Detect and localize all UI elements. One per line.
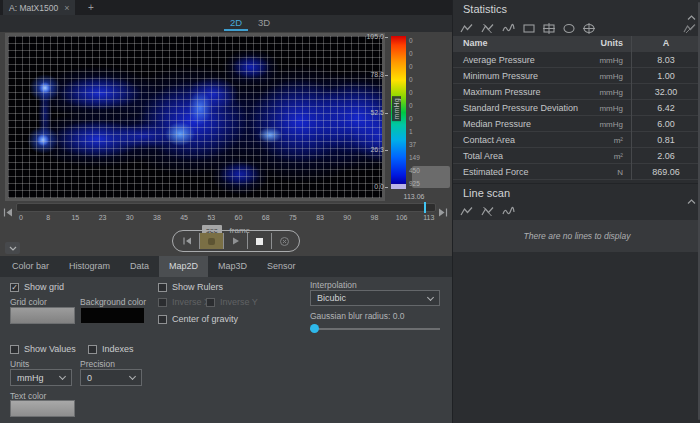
app-window: A: MatX1500 × + 2D 3D 105.0 78.8 52.5 26… [0,0,700,423]
line-scan-line-icon[interactable] [460,206,473,217]
text-color-swatch[interactable] [10,400,75,417]
show-rulers-checkbox[interactable]: Show Rulers [158,282,223,292]
interpolation-label: Interpolation [310,280,357,290]
background-color-label: Background color [80,297,146,307]
loop-button[interactable] [272,233,296,249]
stop-icon [256,238,263,245]
line-scan-empty-state: There are no lines to display [453,220,700,252]
grid-color-swatch[interactable] [10,307,75,324]
right-pane: Statistics Name Units A Average Pressure… [452,0,700,423]
table-row[interactable]: Standard Pressure Deviation mmHg 6.42 [453,100,700,116]
background-color-swatch[interactable] [80,307,145,324]
rewind-button[interactable] [176,233,200,249]
center-of-gravity-checkbox[interactable]: Center of gravity [158,314,238,324]
playback-controls [172,230,300,252]
units-label: Units [10,359,29,369]
collapse-line-scan-icon[interactable] [687,191,696,209]
add-tab-button[interactable]: + [84,1,98,14]
column-units[interactable]: Units [601,38,624,48]
document-tabbar: A: MatX1500 × + [0,0,452,15]
precision-select[interactable]: 0 [80,369,142,386]
document-tab-title: A: MatX1500 [9,3,58,13]
column-divider [631,36,632,180]
play-button[interactable] [224,233,248,249]
empty-message: There are no lines to display [524,231,631,241]
statistics-table-header: Name Units A [453,36,700,52]
tab-map3d[interactable]: Map3D [208,256,257,277]
checkbox-icon [10,345,19,354]
colorbar-current-value: 113.06 [392,193,436,200]
stop-button[interactable] [248,233,272,249]
statistics-title: Statistics [463,3,507,15]
pressure-map-frame [5,33,385,201]
interpolation-select[interactable]: Bicubic [310,290,440,306]
chevron-down-icon [129,373,136,380]
show-grid-checkbox[interactable]: ✓ Show grid [10,282,64,292]
tab-histogram[interactable]: Histogram [59,256,120,277]
ellipse-region-icon[interactable] [563,23,575,34]
colorbar-scale-label: 52.5 [356,109,388,116]
indexes-checkbox[interactable]: Indexes [88,344,134,354]
colorbar-scale-label: 105.0 [356,33,388,40]
colorbar-unit-label: mmHg [392,96,401,121]
checkbox-icon [88,345,97,354]
table-row[interactable]: Average Pressure mmHg 8.03 [453,52,700,68]
tab-color-bar[interactable]: Color bar [2,256,59,277]
record-button[interactable] [200,233,224,249]
table-row[interactable]: Minimum Pressure mmHg 1.00 [453,68,700,84]
checkbox-checked-icon: ✓ [10,283,19,292]
line-scan-toolbar [460,206,515,217]
polyline-measure-icon[interactable] [481,23,494,34]
clear-measurements-icon[interactable] [683,23,696,34]
column-a[interactable]: A [631,38,700,48]
record-icon [208,238,215,245]
line-measure-icon[interactable] [460,23,473,34]
checkbox-icon [158,283,167,292]
ellipse-crosshair-icon[interactable] [583,23,595,34]
close-tab-icon[interactable]: × [64,3,69,13]
settings-tabbar: Color bar Histogram Data Map2D Map3D Sen… [0,256,452,277]
gaussian-blur-slider[interactable] [310,328,440,330]
skip-to-start-icon[interactable] [3,203,15,212]
freehand-measure-icon[interactable] [502,23,515,34]
tab-2d[interactable]: 2D [224,16,248,31]
table-row[interactable]: Total Area m² 2.06 [453,148,700,164]
skip-to-end-icon[interactable] [438,203,450,212]
chevron-down-icon [427,293,434,300]
slider-handle[interactable] [310,324,319,333]
show-values-checkbox[interactable]: Show Values [10,344,76,354]
map-region: 105.0 78.8 52.5 26.3 0.0 00 00 00 01 371… [0,32,452,256]
pressure-heatmap[interactable] [8,36,382,198]
tab-sensor[interactable]: Sensor [257,256,306,277]
colorbar-scale-label: 78.8 [356,71,388,78]
colorbar-scale-label: 0.0 [356,183,388,190]
timeline-ticks: 08 1523 3038 4553 6068 7583 9098 106113 [14,214,436,221]
timeline-scrubber[interactable] [16,203,436,212]
statistics-toolbar [460,23,595,34]
view-switch: 2D 3D [0,15,452,32]
column-name[interactable]: Name [463,38,488,48]
colorbar-histogram-counts: 00 00 00 01 37149 450925 [409,37,435,187]
timeline-playhead[interactable] [424,202,426,213]
rectangle-crosshair-icon[interactable] [543,23,555,34]
table-row[interactable]: Contact Area m² 0.81 [453,132,700,148]
units-select[interactable]: mmHg [10,369,72,386]
colorbar-tooltip [412,166,450,188]
tab-data[interactable]: Data [120,256,159,277]
collapse-panel-button[interactable] [5,242,20,254]
rectangle-region-icon[interactable] [523,23,535,34]
table-row[interactable]: Estimated Force N 869.06 [453,164,700,180]
document-tab[interactable]: A: MatX1500 × [3,0,75,15]
grid-color-label: Grid color [10,297,47,307]
tab-3d[interactable]: 3D [252,16,276,31]
table-row[interactable]: Median Pressure mmHg 6.00 [453,116,700,132]
line-scan-polyline-icon[interactable] [481,206,494,217]
section-divider [453,183,700,184]
left-pane: A: MatX1500 × + 2D 3D 105.0 78.8 52.5 26… [0,0,452,423]
tab-map2d[interactable]: Map2D [159,256,208,277]
checkbox-icon [158,315,167,324]
table-row[interactable]: Maximum Pressure mmHg 32.00 [453,84,700,100]
line-scan-freehand-icon[interactable] [502,206,515,217]
precision-label: Precision [80,359,115,369]
colorbar-scale-label: 26.3 [356,146,388,153]
